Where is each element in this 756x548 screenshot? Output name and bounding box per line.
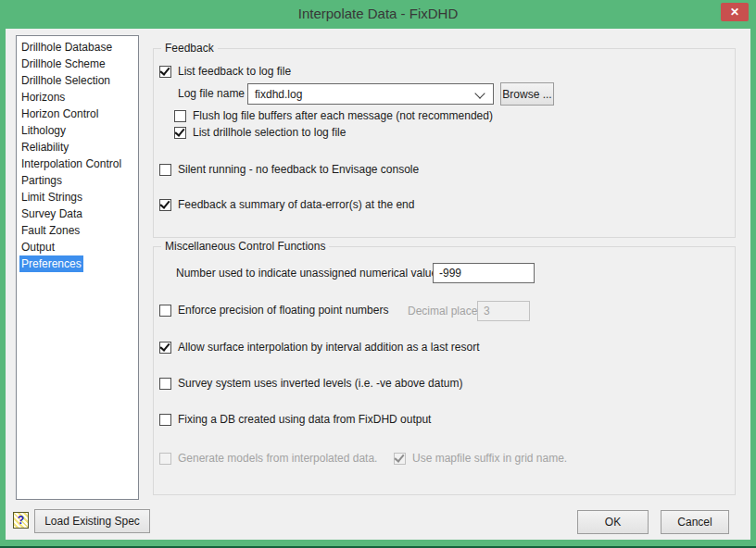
chevron-down-icon [474, 88, 485, 98]
checkbox-label: Feedback a summary of data-error(s) at t… [178, 198, 414, 211]
dialog-window: Interpolate Data - FixDHD ✕ Drillhole Da… [0, 0, 756, 548]
decimal-places-label: Decimal places [408, 301, 483, 321]
checkbox-icon [159, 414, 171, 426]
sidebar-item-drillhole-database[interactable]: Drillhole Database [17, 39, 138, 56]
checkbox-label: Use mapfile suffix in grid name. [412, 452, 567, 465]
list-item-label: Output [19, 239, 57, 255]
close-icon: ✕ [730, 6, 739, 19]
checkbox-silent-running[interactable]: Silent running - no feedback to Envisage… [159, 163, 419, 176]
checkbox-generate-models: Generate models from interpolated data. [159, 452, 377, 465]
checkbox-fixing-db[interactable]: Fixing a DB created using data from FixD… [159, 413, 431, 426]
list-item-label: Preferences [19, 255, 83, 272]
checkbox-label: Enforce precision of floating point numb… [178, 304, 388, 317]
ok-button[interactable]: OK [577, 510, 649, 534]
checkbox-label: Fixing a DB created using data from FixD… [178, 413, 431, 426]
window-title: Interpolate Data - FixDHD [0, 0, 756, 29]
sidebar-item-survey-data[interactable]: Survey Data [17, 206, 138, 222]
checkbox-label: Survey system uses inverted levels (i.e.… [178, 377, 462, 390]
list-item-label: Drillhole Database [19, 39, 114, 56]
checkbox-list-drillhole-selection[interactable]: List drillhole selection to log file [174, 126, 346, 139]
combobox-value: fixdhd.log [255, 88, 302, 101]
checkbox-icon [174, 110, 186, 122]
checkbox-icon [159, 378, 171, 390]
cancel-button-label: Cancel [677, 516, 712, 529]
checkbox-label: Allow surface interpolation by interval … [178, 341, 480, 354]
checkbox-icon [159, 66, 171, 78]
list-item-label: Horizons [19, 89, 67, 106]
list-item-label: Interpolation Control [19, 156, 123, 172]
sidebar-item-lithology[interactable]: Lithology [17, 122, 138, 139]
unassigned-number-input[interactable] [433, 263, 535, 283]
checkbox-label: List feedback to log file [178, 65, 291, 78]
checkbox-icon [174, 127, 186, 139]
sidebar-item-drillhole-selection[interactable]: Drillhole Selection [17, 72, 138, 89]
sidebar-item-limit-strings[interactable]: Limit Strings [17, 189, 138, 206]
sidebar-item-output[interactable]: Output [17, 239, 138, 255]
help-icon[interactable]: ? [13, 512, 29, 529]
list-item-label: Limit Strings [19, 189, 84, 206]
checkbox-icon [159, 453, 171, 465]
list-item-label: Partings [19, 172, 64, 189]
checkbox-feedback-summary[interactable]: Feedback a summary of data-error(s) at t… [159, 198, 414, 211]
sidebar-item-horizons[interactable]: Horizons [17, 89, 138, 106]
list-item-label: Survey Data [19, 206, 84, 222]
checkbox-label: Flush log file buffers after each messag… [193, 109, 493, 122]
checkbox-allow-surface-interpolation[interactable]: Allow surface interpolation by interval … [159, 341, 480, 354]
checkbox-icon [159, 164, 171, 176]
sidebar-item-interpolation-control[interactable]: Interpolation Control [17, 156, 138, 172]
checkbox-icon [394, 453, 406, 465]
sidebar-item-partings[interactable]: Partings [17, 172, 138, 189]
browse-button[interactable]: Browse ... [500, 82, 554, 106]
sidebar-item-fault-zones[interactable]: Fault Zones [17, 222, 138, 239]
miscellaneous-group-title: Miscellaneous Control Functions [161, 240, 329, 253]
checkbox-inverted-levels[interactable]: Survey system uses inverted levels (i.e.… [159, 377, 462, 390]
cancel-button[interactable]: Cancel [661, 510, 729, 534]
checkbox-icon [159, 305, 171, 317]
ok-button-label: OK [605, 516, 621, 529]
checkbox-mapfile-suffix: Use mapfile suffix in grid name. [394, 452, 567, 465]
sidebar-item-reliability[interactable]: Reliability [17, 139, 138, 156]
decimal-places-input [477, 301, 530, 321]
checkbox-label: List drillhole selection to log file [193, 126, 346, 139]
checkbox-enforce-precision[interactable]: Enforce precision of floating point numb… [159, 304, 388, 317]
help-glyph: ? [18, 514, 24, 527]
checkbox-flush-log-buffers[interactable]: Flush log file buffers after each messag… [174, 109, 493, 122]
unassigned-number-label: Number used to indicate unassigned numer… [176, 263, 443, 283]
sidebar-item-horizon-control[interactable]: Horizon Control [17, 106, 138, 122]
list-item-label: Drillhole Selection [19, 72, 112, 89]
checkbox-list-feedback-to-log[interactable]: List feedback to log file [159, 65, 291, 78]
browse-button-label: Browse ... [502, 88, 551, 101]
list-item-label: Fault Zones [19, 222, 82, 239]
close-button[interactable]: ✕ [721, 3, 749, 21]
checkbox-label: Generate models from interpolated data. [178, 452, 377, 465]
dialog-body: Drillhole Database Drillhole Scheme Dril… [6, 29, 750, 540]
checkbox-icon [159, 199, 171, 211]
checkbox-label: Silent running - no feedback to Envisage… [178, 163, 419, 176]
log-file-name-label: Log file name [178, 83, 245, 105]
checkbox-icon [159, 342, 171, 354]
sidebar-item-drillhole-scheme[interactable]: Drillhole Scheme [17, 56, 138, 72]
load-existing-spec-button[interactable]: Load Existing Spec [34, 509, 150, 533]
section-listbox[interactable]: Drillhole Database Drillhole Scheme Dril… [16, 35, 139, 500]
log-file-name-combobox[interactable]: fixdhd.log [247, 83, 494, 105]
list-item-label: Horizon Control [19, 106, 100, 122]
feedback-group-title: Feedback [161, 42, 218, 55]
load-existing-spec-label: Load Existing Spec [44, 515, 140, 528]
list-item-label: Drillhole Scheme [19, 56, 107, 72]
list-item-label: Reliability [19, 139, 70, 156]
list-item-label: Lithology [19, 122, 68, 139]
sidebar-item-preferences[interactable]: Preferences [17, 255, 138, 272]
